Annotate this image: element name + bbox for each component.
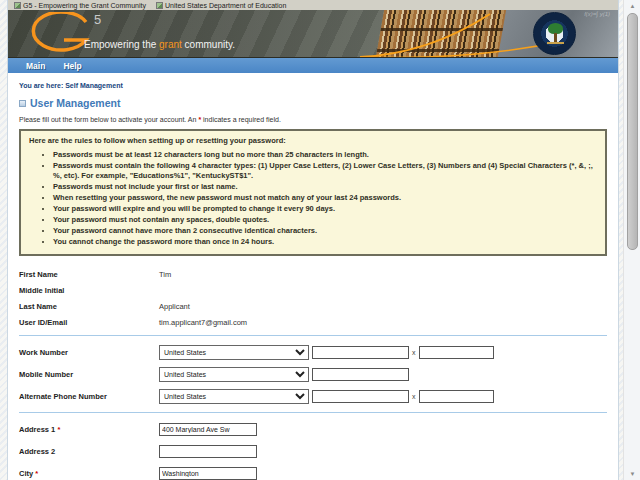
breadcrumb: You are here: Self Management (19, 73, 607, 89)
section-divider (19, 412, 607, 413)
field-label: Address 1 * (19, 425, 159, 434)
window-tab-ed[interactable]: United States Department of Education (152, 2, 290, 9)
scroll-down-arrow-icon[interactable]: ▼ (624, 471, 640, 477)
password-rules-box: Here are the rules to follow when settin… (19, 129, 607, 256)
field-label: Last Name (19, 302, 159, 311)
alternate-country-select[interactable]: United States (159, 389, 309, 404)
page-title-text: User Management (30, 97, 120, 109)
extension-separator: x (412, 349, 416, 356)
password-rule: Passwords must be at least 12 characters… (53, 150, 597, 160)
field-label: First Name (19, 270, 159, 279)
password-rule: Passwords must not include your first or… (53, 182, 597, 192)
section-icon (19, 100, 26, 107)
city-input[interactable] (159, 467, 257, 480)
breadcrumb-current-link[interactable]: Self Management (65, 82, 123, 89)
password-rule: Your password must not contain any space… (53, 215, 597, 225)
address-fields: Address 1 * Address 2 City * State * + D… (19, 418, 607, 480)
page-icon (14, 2, 21, 9)
password-rules-heading: Here are the rules to follow when settin… (29, 136, 597, 145)
field-label: User ID/Email (19, 318, 159, 327)
banner-tagline: Empowering the grant community. (84, 39, 235, 50)
address2-row: Address 2 (19, 440, 607, 462)
window-tab-strip: G5 - Empowering the Grant Community Unit… (8, 0, 618, 10)
field-label: Work Number (19, 348, 159, 357)
vertical-scrollbar[interactable]: ▲ ▼ (623, 0, 640, 480)
extension-separator: x (412, 393, 416, 400)
menu-item-help[interactable]: Help (63, 61, 81, 71)
work-number-input[interactable] (312, 346, 409, 359)
window-tab-label: G5 - Empowering the Grant Community (23, 2, 146, 9)
alternate-extension-input[interactable] (419, 390, 494, 403)
password-rule: You cannot change the password more than… (53, 237, 597, 247)
phone-fields: Work Number United States x Mobile Numbe… (19, 341, 607, 407)
page-icon (156, 2, 163, 9)
alternate-number-row: Alternate Phone Number United States x (19, 385, 607, 407)
department-of-education-seal-icon (533, 12, 576, 55)
field-label: Middle Initial (19, 286, 159, 295)
window-tab-label: United States Department of Education (165, 2, 286, 9)
field-value: Applicant (159, 302, 190, 311)
password-rule: Your password will expire and you will b… (53, 204, 597, 214)
field-label: Address 2 (19, 447, 159, 456)
page-content: You are here: Self Management User Manag… (8, 73, 618, 480)
scrollbar-thumb[interactable] (627, 13, 638, 250)
seal-tree-ground (547, 42, 564, 44)
profile-row-last-name: Last Name Applicant (19, 298, 607, 314)
field-value: tim.applicant7@gmail.com (159, 318, 247, 327)
password-rules-list: Passwords must be at least 12 characters… (53, 150, 597, 247)
form-instructions: Please fill out the form below to activa… (19, 116, 607, 123)
page-title: User Management (19, 97, 607, 109)
profile-row-first-name: First Name Tim (19, 266, 607, 282)
password-rule: Passwords must contain the following 4 c… (53, 161, 597, 180)
window-tab-g5[interactable]: G5 - Empowering the Grant Community (10, 2, 150, 9)
breadcrumb-prefix: You are here: (19, 82, 63, 89)
required-asterisk: * (57, 425, 60, 434)
g5-banner: f(x)=∫ y(1) 5 Empowering the grant commu… (8, 10, 618, 57)
field-label: City * (19, 469, 159, 478)
address1-input[interactable] (159, 423, 257, 436)
city-row: City * (19, 462, 607, 480)
work-country-select[interactable]: United States (159, 345, 309, 360)
g5-logo-numeral: 5 (94, 12, 101, 27)
address1-row: Address 1 * (19, 418, 607, 440)
main-menu-bar: Main Help (8, 57, 618, 73)
app-window: G5 - Empowering the Grant Community Unit… (7, 0, 619, 480)
field-label: Mobile Number (19, 370, 159, 379)
mobile-number-input[interactable] (312, 368, 409, 381)
work-extension-input[interactable] (419, 346, 494, 359)
section-divider (19, 335, 607, 336)
seal-tree-trunk (554, 33, 557, 42)
field-value: Tim (159, 270, 171, 279)
required-asterisk: * (35, 469, 38, 478)
password-rule: Your password cannot have more than 2 co… (53, 226, 597, 236)
menu-item-main[interactable]: Main (26, 61, 45, 71)
password-rule: When resetting your password, the new pa… (53, 193, 597, 203)
alternate-number-input[interactable] (312, 390, 409, 403)
profile-row-middle-initial: Middle Initial (19, 282, 607, 298)
address2-input[interactable] (159, 445, 257, 458)
scroll-up-arrow-icon[interactable]: ▲ (624, 3, 640, 9)
work-number-row: Work Number United States x (19, 341, 607, 363)
mobile-number-row: Mobile Number United States (19, 363, 607, 385)
field-label: Alternate Phone Number (19, 392, 159, 401)
mobile-country-select[interactable]: United States (159, 367, 309, 382)
profile-fields: First Name Tim Middle Initial Last Name … (19, 266, 607, 330)
profile-row-user-id-email: User ID/Email tim.applicant7@gmail.com (19, 314, 607, 330)
